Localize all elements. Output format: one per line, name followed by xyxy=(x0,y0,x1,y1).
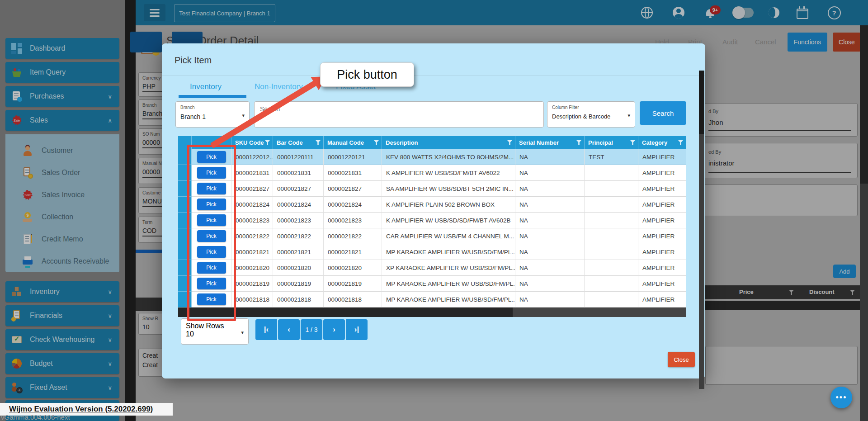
cell-manual-code: 0000021824 xyxy=(324,197,382,213)
filter-funnel-icon[interactable] xyxy=(630,140,635,145)
pick-button-callout: Pick button xyxy=(320,62,414,87)
filter-funnel-icon[interactable] xyxy=(678,140,683,145)
cell-principal xyxy=(585,228,638,244)
table-row[interactable]: Pick000002183100000218310000021831K AMPL… xyxy=(178,165,686,181)
cell-sku-code: 0000021819 xyxy=(231,276,273,292)
show-rows-select[interactable]: Show Rows 10 ▾ xyxy=(181,318,249,345)
cell-principal xyxy=(585,213,638,228)
cell-description: XP KARAOKE AMPLIFIER W/ USB/SD/FM/PL... xyxy=(382,260,515,276)
cell-bar-code: 0000021819 xyxy=(273,276,324,292)
column-header-sku-code[interactable]: SKU Code xyxy=(231,136,273,149)
cell-bar-code: 0000021818 xyxy=(273,292,324,307)
cell-serial-number: NA xyxy=(515,149,585,165)
modal-close-button[interactable]: Close xyxy=(668,352,695,367)
cell-sku-code: 0000122012... xyxy=(231,149,273,165)
page-indicator: 1 / 3 xyxy=(301,319,322,340)
scrollbar-thumb[interactable] xyxy=(699,71,704,134)
cell-principal: TEST xyxy=(585,149,638,165)
column-header-serial-number[interactable]: Serial Number xyxy=(515,136,585,149)
build-version: vGamma.004.006-next xyxy=(1,413,70,421)
cell-principal xyxy=(585,260,638,276)
table-row[interactable]: Pick000002182000000218200000021820XP KAR… xyxy=(178,260,686,276)
tab-non-inventory[interactable]: Non-Inventory xyxy=(255,82,303,91)
search-button[interactable]: Search xyxy=(640,101,686,125)
filter-funnel-icon[interactable] xyxy=(374,140,379,145)
column-header-manual-code[interactable]: Manual Code xyxy=(324,136,382,149)
last-page-button[interactable]: ›| xyxy=(346,319,368,340)
cell-bar-code: 0000021820 xyxy=(273,260,324,276)
cell-category: AMPLIFIER xyxy=(638,228,686,244)
cell-category: AMPLIFIER xyxy=(638,292,686,307)
cell-serial-number: NA xyxy=(515,276,585,292)
cell-principal xyxy=(585,276,638,292)
more-actions-fab[interactable]: ••• xyxy=(830,387,852,408)
cell-serial-number: NA xyxy=(515,181,585,197)
cell-description: KEV 800 WATTS X2/4OHMS TO 8OHMS/2M... xyxy=(382,149,515,165)
first-page-button[interactable]: |‹ xyxy=(255,319,277,340)
cell-category: AMPLIFIER xyxy=(638,149,686,165)
pick-item-grid: SKU CodeBar CodeManual CodeDescriptionSe… xyxy=(178,136,686,307)
table-row[interactable]: Pick000002182300000218230000021823K AMPL… xyxy=(178,213,686,228)
filter-funnel-icon[interactable] xyxy=(265,140,270,145)
cell-bar-code: 0000021823 xyxy=(273,213,324,228)
modal-scrollbar[interactable] xyxy=(699,71,704,389)
column-header-label: Description xyxy=(386,139,418,146)
column-header-label: Manual Code xyxy=(327,139,364,146)
column-header-label: Serial Number xyxy=(519,139,559,146)
cell-manual-code: 0000021823 xyxy=(324,213,382,228)
cell-sku-code: 0000021820 xyxy=(231,260,273,276)
cell-manual-code: 0000021819 xyxy=(324,276,382,292)
pick-item-modal: Pick Item Inventory Non-Inventory Fixed … xyxy=(162,43,705,378)
highlight-rectangle xyxy=(187,145,236,321)
tab-inventory[interactable]: Inventory xyxy=(190,82,222,91)
cell-serial-number: NA xyxy=(515,165,585,181)
cell-description: K AMPLIFIER PLAIN 502 BROWN BOX xyxy=(382,197,515,213)
table-row[interactable]: Pick000002181800000218180000021818MP KAR… xyxy=(178,292,686,307)
table-row[interactable]: Pick000002182200000218220000021822CAR AM… xyxy=(178,228,686,244)
cell-description: CAR AMPLIFIER W/ USB/FM 4 CHANNEL M... xyxy=(382,228,515,244)
column-header-description[interactable]: Description xyxy=(382,136,515,149)
filter-funnel-icon[interactable] xyxy=(507,140,512,145)
next-page-button[interactable]: › xyxy=(323,319,345,340)
cell-category: AMPLIFIER xyxy=(638,244,686,260)
cell-principal xyxy=(585,292,638,307)
previous-page-button[interactable]: ‹ xyxy=(278,319,300,340)
cell-manual-code: 0000021827 xyxy=(324,181,382,197)
cell-description: MP KARAOKE AMPLIFIER W/USB/SD/FM/PL... xyxy=(382,244,515,260)
cell-manual-code: 0000021821 xyxy=(324,244,382,260)
cell-bar-code: 00001220111 xyxy=(273,149,324,165)
table-row[interactable]: Pick0000122012...0000122011100001220121K… xyxy=(178,149,686,165)
column-filter-select[interactable]: Column Filter Description & Barcode ▾ xyxy=(547,101,635,128)
column-header-category[interactable]: Category xyxy=(638,136,686,149)
cell-description: K AMPLIFIER W/ USB/SD/FM/BT AV6022 xyxy=(382,165,515,181)
branch-select[interactable]: Branch Branch 1 ▾ xyxy=(175,101,250,128)
table-row[interactable]: Pick000002182400000218240000021824K AMPL… xyxy=(178,197,686,213)
table-row[interactable]: Pick000002182100000218210000021821MP KAR… xyxy=(178,244,686,260)
filter-funnel-icon[interactable] xyxy=(576,140,581,145)
cell-serial-number: NA xyxy=(515,244,585,260)
table-row[interactable]: Pick000002181900000218190000021819MP KAR… xyxy=(178,276,686,292)
column-header-principal[interactable]: Principal xyxy=(585,136,638,149)
grid-horizontal-scrollbar[interactable] xyxy=(178,307,686,317)
active-tab-indicator xyxy=(179,95,246,98)
column-header-label: Bar Code xyxy=(277,139,303,146)
cell-manual-code: 0000021820 xyxy=(324,260,382,276)
cell-sku-code: 0000021824 xyxy=(231,197,273,213)
cell-serial-number: NA xyxy=(515,292,585,307)
cell-manual-code: 0000021818 xyxy=(324,292,382,307)
cell-serial-number: NA xyxy=(515,260,585,276)
cell-sku-code: 0000021831 xyxy=(231,165,273,181)
chevron-down-icon: ▾ xyxy=(241,330,244,336)
cell-category: AMPLIFIER xyxy=(638,213,686,228)
cell-sku-code: 0000021821 xyxy=(231,244,273,260)
cell-serial-number: NA xyxy=(515,197,585,213)
column-header-bar-code[interactable]: Bar Code xyxy=(273,136,324,149)
cell-description: SA AMPLIFIER W/ USB/SD/BT 5CH 2MIC IN... xyxy=(382,181,515,197)
filter-funnel-icon[interactable] xyxy=(316,140,321,145)
table-row[interactable]: Pick000002182700000218270000021827SA AMP… xyxy=(178,181,686,197)
cell-category: AMPLIFIER xyxy=(638,165,686,181)
cell-category: AMPLIFIER xyxy=(638,276,686,292)
search-input[interactable] xyxy=(254,101,544,128)
cell-sku-code: 0000021827 xyxy=(231,181,273,197)
pagination: |‹‹1 / 3››| xyxy=(255,319,368,340)
